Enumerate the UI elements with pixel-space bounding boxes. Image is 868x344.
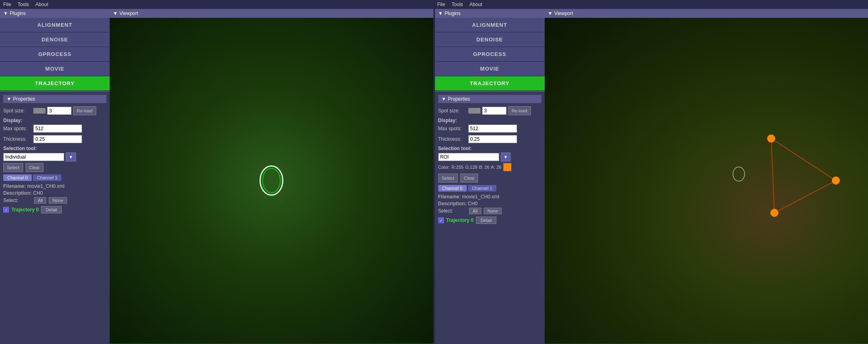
spot-size-input-right[interactable] xyxy=(482,107,507,115)
menu-about-right[interactable]: About xyxy=(470,2,482,7)
detail-btn-right[interactable]: Detail xyxy=(476,217,496,224)
btn-gprocess-right[interactable]: GPROCESS xyxy=(435,47,545,62)
color-r-right: R:255 xyxy=(452,165,463,170)
filename-value-left: movie1_CH0.xml xyxy=(27,183,64,189)
spot-size-label-left: Spot size: xyxy=(3,108,32,114)
properties-arrow-left: ▼ xyxy=(6,96,11,102)
trajectory-checkbox-left[interactable]: ✓ xyxy=(3,207,9,213)
channel1-tab-left[interactable]: Channel 1 xyxy=(33,174,61,181)
max-spots-label-right: Max spots: xyxy=(438,126,467,131)
plugins-arrow-right: ▼ xyxy=(438,11,443,16)
thickness-input-right[interactable] xyxy=(468,135,517,143)
selection-type-input-left[interactable] xyxy=(3,153,64,161)
btn-movie-right[interactable]: MOVIE xyxy=(435,62,545,76)
max-spots-input-right[interactable] xyxy=(468,125,517,133)
menu-tools-left[interactable]: Tools xyxy=(17,2,29,7)
svg-point-2 xyxy=(262,168,280,193)
spot-size-label-right: Spot size: xyxy=(438,108,467,114)
selection-dropdown-left[interactable]: ▼ xyxy=(66,153,76,161)
trajectory-name-left: Trajectory 0 xyxy=(11,207,39,213)
filename-label-left: Filename: xyxy=(3,183,26,189)
clear-btn-right[interactable]: Clear xyxy=(460,174,478,183)
max-spots-label-left: Max spots: xyxy=(3,126,32,131)
btn-trajectory-right[interactable]: TRAJECTORY xyxy=(435,76,545,91)
max-spots-input-left[interactable] xyxy=(33,125,82,133)
display-label-right: Display: xyxy=(438,118,541,123)
color-swatch-right[interactable] xyxy=(503,163,511,171)
viewport-canvas-left[interactable] xyxy=(110,18,433,343)
clear-btn-left[interactable]: Clear xyxy=(26,163,43,172)
svg-point-6 xyxy=(767,135,775,142)
channel0-tab-right[interactable]: Channel 0 xyxy=(438,185,467,191)
menu-file-left[interactable]: File xyxy=(3,2,11,7)
spot-size-slider-right[interactable] xyxy=(468,108,481,114)
svg-point-1 xyxy=(260,166,283,195)
viewport-label-right: Viewport xyxy=(554,11,573,16)
color-g-right: G:128 xyxy=(465,165,477,170)
selection-tool-label-right: Selection tool: xyxy=(438,146,541,151)
channel1-tab-right[interactable]: Channel 1 xyxy=(468,185,496,191)
plugins-label-left: Plugins xyxy=(10,11,26,16)
menu-tools-right[interactable]: Tools xyxy=(452,2,463,7)
svg-line-3 xyxy=(771,138,836,181)
svg-point-9 xyxy=(733,167,745,181)
reload-btn-left[interactable]: Re-load xyxy=(73,106,96,115)
display-label-left: Display: xyxy=(3,118,106,123)
properties-label-left: Properties xyxy=(13,96,35,102)
btn-denoise-right[interactable]: DENOISE xyxy=(435,32,545,47)
color-a-right: A: 26 xyxy=(491,165,502,170)
reload-btn-right[interactable]: Re-load xyxy=(508,106,531,115)
selection-dropdown-right[interactable]: ▼ xyxy=(501,153,511,161)
trajectory-checkbox-right[interactable]: ✓ xyxy=(438,217,444,223)
svg-point-8 xyxy=(770,209,778,217)
all-btn-left[interactable]: All xyxy=(34,197,46,204)
description-label-left: Description: xyxy=(3,190,32,196)
spot-size-slider-left[interactable] xyxy=(33,108,45,114)
menu-file-right[interactable]: File xyxy=(437,2,445,7)
properties-arrow-right: ▼ xyxy=(442,96,446,102)
thickness-label-left: Thickness: xyxy=(3,136,32,142)
btn-trajectory-left[interactable]: TRAJECTORY xyxy=(0,76,110,91)
viewport-arrow-right: ▼ xyxy=(548,11,553,16)
select-btn-left[interactable]: Select xyxy=(3,163,23,172)
btn-alignment-right[interactable]: ALIGNMENT xyxy=(435,18,545,32)
plugins-label-right: Plugins xyxy=(444,11,460,16)
thickness-input-left[interactable] xyxy=(33,135,82,143)
color-label-right: Color: xyxy=(438,165,450,170)
thickness-label-right: Thickness: xyxy=(438,136,467,142)
svg-line-4 xyxy=(774,181,836,213)
none-btn-right[interactable]: None xyxy=(484,208,502,214)
color-b-right: B: 26 xyxy=(479,165,489,170)
properties-label-right: Properties xyxy=(448,96,470,102)
all-btn-right[interactable]: All xyxy=(469,208,481,214)
trajectory-name-right: Trajectory 0 xyxy=(446,217,474,223)
description-label-right: Description: xyxy=(438,201,467,206)
svg-rect-0 xyxy=(110,55,433,305)
svg-line-5 xyxy=(771,138,774,213)
selection-type-input-right[interactable] xyxy=(438,153,499,161)
select-btn-right[interactable]: Select xyxy=(438,174,458,183)
menu-about-left[interactable]: About xyxy=(35,2,48,7)
channel0-tab-left[interactable]: Channel 0 xyxy=(3,174,32,181)
filename-label-right: Filename: xyxy=(438,194,461,200)
none-btn-left[interactable]: None xyxy=(49,197,67,204)
viewport-arrow-left: ▼ xyxy=(113,11,118,16)
select-all-label-right: Select: xyxy=(438,208,467,214)
filename-value-right: movie1_CH0.xml xyxy=(462,194,499,200)
selection-tool-label-left: Selection tool: xyxy=(3,146,106,151)
btn-movie-left[interactable]: MOVIE xyxy=(0,62,110,76)
viewport-canvas-right[interactable] xyxy=(545,18,868,343)
detail-btn-left[interactable]: Detail xyxy=(41,206,61,213)
viewport-label-left: Viewport xyxy=(119,11,138,16)
spot-size-input-left[interactable] xyxy=(47,107,71,115)
btn-gprocess-left[interactable]: GPROCESS xyxy=(0,47,110,62)
plugins-arrow-left: ▼ xyxy=(3,11,8,16)
btn-denoise-left[interactable]: DENOISE xyxy=(0,32,110,47)
description-value-right: CH0 xyxy=(468,201,478,206)
svg-point-7 xyxy=(832,176,840,184)
description-value-left: CH0 xyxy=(33,190,43,196)
select-all-label-left: Select: xyxy=(3,198,32,203)
btn-alignment-left[interactable]: ALIGNMENT xyxy=(0,18,110,32)
